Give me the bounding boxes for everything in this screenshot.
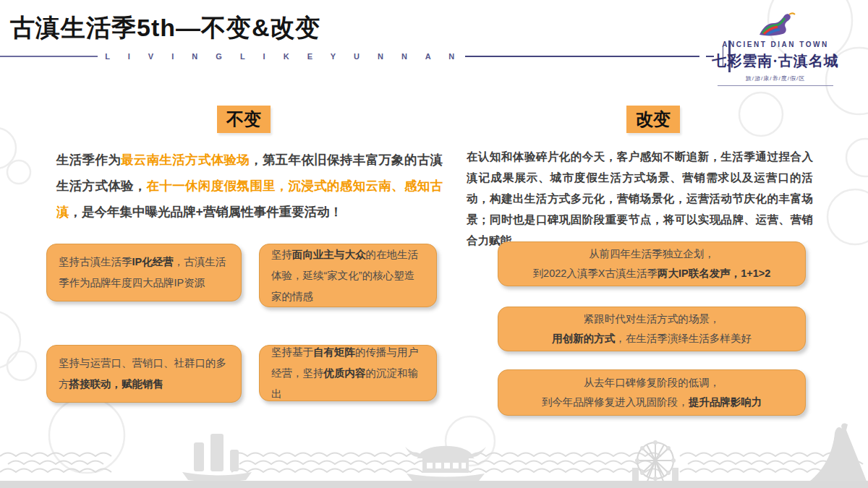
unchanged-box-owners: 坚持面向业主与大众的在地生活体验，延续“家文化”的核心塑造家的情感 — [259, 244, 437, 307]
unchanged-box-matrix: 坚持基于自有矩阵的传播与用户经营，坚持优质内容的沉淀和输出 — [259, 345, 437, 401]
changed-box-brand: 从去年口碑修复阶段的低调， 到今年品牌修复进入巩固阶段，提升品牌影响力 — [498, 369, 806, 416]
brand-logo: ANCIENT DIAN TOWN 七彩雲南·古滇名城 旅/游/康/养/度/假/… — [696, 10, 855, 86]
changed-box-joint-ip-line2: 到2022入滇季X古滇生活季两大IP联名发声，1+1>2 — [507, 264, 796, 283]
logo-underline — [718, 85, 833, 86]
divider-line-right — [465, 56, 699, 57]
slide: 古滇生活季5th—不变&改变 L I V I N G L I K E Y U N… — [0, 0, 868, 488]
changed-box-joint-ip-line1: 从前四年生活季独立企划， — [507, 244, 796, 264]
subtitle: L I V I N G L I K E Y U N N A N — [98, 52, 465, 61]
changed-box-innovation-line2: 用创新的方式，在生活季演绎生活多样美好 — [507, 329, 796, 348]
changed-paragraph: 在认知和体验碎片化的今天，客户感知不断追新，生活季通过捏合入滇记成果展示、城市度… — [467, 146, 813, 251]
logo-name-en: ANCIENT DIAN TOWN — [696, 40, 855, 48]
unchanged-paragraph: 生活季作为最云南生活方式体验场，第五年依旧保持丰富万象的古滇生活方式体验，在十一… — [56, 147, 443, 225]
unchanged-box-linkage: 坚持与运营口、营销口、社群口的多方搭接联动，赋能销售 — [46, 345, 242, 403]
logo-name-cn: 七彩雲南·古滇名城 — [696, 51, 855, 71]
changed-box-brand-line2: 到今年品牌修复进入巩固阶段，提升品牌影响力 — [507, 393, 796, 412]
unchanged-box-ip-text: 坚持古滇生活季IP化经营，古滇生活季作为品牌年度四大品牌IP资源 — [59, 252, 229, 294]
unchanged-box-linkage-text: 坚持与运营口、营销口、社群口的多方搭接联动，赋能销售 — [59, 353, 229, 395]
logo-tagline: 旅/游/康/养/度/假/区 — [696, 74, 855, 82]
unchanged-box-matrix-text: 坚持基于自有矩阵的传播与用户经营，坚持优质内容的沉淀和输出 — [271, 342, 425, 405]
title-divider: L I V I N G L I K E Y U N N A N — [0, 51, 731, 61]
changed-box-joint-ip: 从前四年生活季独立企划， 到2022入滇季X古滇生活季两大IP联名发声，1+1>… — [498, 241, 806, 286]
changed-box-innovation-line1: 紧跟时代对生活方式的场景， — [507, 309, 796, 329]
page-title: 古滇生活季5th—不变&改变 — [10, 12, 321, 45]
divider-line-left — [0, 56, 98, 57]
changed-box-innovation: 紧跟时代对生活方式的场景， 用创新的方式，在生活季演绎生活多样美好 — [498, 307, 806, 351]
section-header-unchanged: 不变 — [217, 106, 271, 133]
unchanged-box-ip: 坚持古滇生活季IP化经营，古滇生活季作为品牌年度四大品牌IP资源 — [46, 244, 242, 301]
horse-logo-icon — [696, 10, 855, 39]
unchanged-box-owners-text: 坚持面向业主与大众的在地生活体验，延续“家文化”的核心塑造家的情感 — [271, 244, 425, 307]
section-header-changed: 改变 — [626, 106, 680, 133]
changed-box-brand-line1: 从去年口碑修复阶段的低调， — [507, 373, 796, 393]
